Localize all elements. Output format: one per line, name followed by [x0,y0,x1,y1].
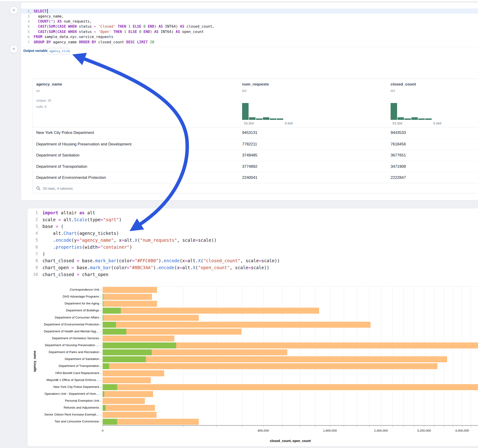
row-count-summary: 20 rows, 4 columns [43,186,73,190]
closed-count-bar [103,336,174,342]
gridline [403,286,403,425]
histogram-bar [397,117,404,120]
closed-count-bar [103,356,447,362]
y-axis-label: DHS Advantage Programs [21,295,99,298]
open-count-bar [103,405,106,411]
x-axis-tick [462,426,462,427]
code-line: 8chart_closed = base.mark_bar(color="#FF… [27,257,478,264]
table-cell: 3471908 [391,164,406,169]
add-cell-button[interactable]: + [10,45,18,53]
notebook-page: + + 1⌄SELECT2 agency_name,3 COUNT(*) AS … [0,0,478,448]
table-row[interactable]: New York City Police Department945313194… [33,127,478,138]
gridline [444,286,444,425]
chevron-down-icon[interactable]: ⌄ [38,227,40,230]
x-axis-title: closed_count, open_count [103,439,478,443]
line-number: 5 [27,238,40,243]
histogram-bar [263,117,269,120]
table-row[interactable]: Department of Transportation377489234719… [33,161,478,172]
y-axis-label: Department of Sanitation [21,357,99,361]
open-count-bar [103,349,152,355]
line-number: 8 [27,258,40,263]
code-text: ) [42,251,45,256]
y-axis-tick [100,290,102,290]
code-line: 1import altair as alt [27,209,478,216]
histogram-bar [411,117,418,120]
x-axis-tick [183,426,183,427]
x-axis-tick [424,426,424,427]
output-variable-pill[interactable]: agency_tickets [47,48,70,54]
column-stat: unique: 20 [36,99,51,102]
histogram-bar [391,103,397,120]
y-axis-tick [100,325,102,325]
x-axis-tick [103,426,103,427]
code-text: COUNT(*) AS num_requests, [34,19,92,24]
column-type: str [36,89,40,93]
x-axis-tick [242,426,242,427]
column-name[interactable]: num_requests [242,82,269,87]
closed-count-bar [103,412,157,418]
table-cell: 9453131 [242,131,257,135]
table-row[interactable]: Department of Environmental Protection22… [33,172,478,183]
y-axis-tick [100,332,102,332]
line-number: 7 [21,40,32,44]
y-axis-tick [100,401,102,401]
open-count-bar [103,329,126,335]
open-count-bar [103,363,109,369]
y-axis-label: Senior Citizen Rent Increase Exempti… [21,413,99,416]
code-text: import altair as alt [42,210,95,215]
open-count-bar [103,391,104,397]
x-axis-tick [381,426,381,427]
gridline [462,286,462,425]
code-text: chart_closed = base.mark_bar(color="#FFC… [42,258,280,263]
code-line: 4 alt.Chart(agency_tickets) [27,230,478,237]
gridline [282,286,283,425]
gridline [315,286,315,425]
open-count-bar [103,322,116,328]
line-number: 10 [27,272,40,277]
y-axis-label: Correspondence Unit [21,288,99,291]
line-number: 7 [27,252,40,256]
x-axis-tick [403,426,403,427]
gridline [392,286,393,425]
text-caret [47,9,48,13]
code-text: CAST(SUM(CASE WHEN status = 'Open' THEN … [34,30,204,34]
python-code-editor[interactable]: 1import altair as alt2scale = alt.Scale(… [27,209,478,278]
table-cell: 3774892 [242,164,257,169]
line-number: 9 [27,265,40,270]
table-row[interactable]: Department of Housing Preservation and D… [33,138,478,150]
y-axis-tick [100,359,102,360]
code-line: 5 CAST(SUM(CASE WHEN status = 'Open' THE… [21,29,478,34]
x-axis-tick [369,426,369,427]
table-cell: 9443533 [391,131,406,135]
code-line: 7GROUP BY agency_name ORDER BY closed_co… [21,39,478,44]
gridline [300,286,300,425]
histogram-min-label: 53,304 [392,121,402,125]
x-axis-tick [344,426,344,427]
histogram-bar [242,103,249,120]
y-axis-tick [100,304,102,304]
cell-divider [21,47,478,47]
histogram-bar [404,118,411,120]
column-name[interactable]: closed_count [391,82,416,87]
table-cell: Department of Transportation [36,164,87,169]
table-cell: New York City Police Department [36,131,94,135]
table-cell: 3749485 [242,153,257,158]
add-cell-button[interactable]: + [10,6,18,14]
open-count-bar [103,315,103,321]
closed-count-bar [103,370,164,376]
column-name[interactable]: agency_name [36,82,62,87]
open-count-bar [103,384,117,390]
sql-code-editor[interactable]: 1⌄SELECT2 agency_name,3 COUNT(*) AS num_… [21,8,478,45]
x-axis-tick [357,426,357,427]
code-line: 10chart_closed + chart_open [27,271,478,278]
code-text: alt.Chart(agency_tickets) [42,231,119,236]
search-icon[interactable] [36,186,41,192]
table-cell: Department of Sanitation [36,153,80,158]
open-count-bar [103,419,117,425]
gridline [369,286,369,425]
table-row[interactable]: Department of Sanitation37494853677651 [33,149,478,161]
code-text: FROM sample_data.nyc.service_requests [34,35,113,39]
output-variable-label: Output variable: [23,49,49,53]
open-count-bar [103,301,103,307]
y-axis-label: New York City Police Department [21,385,99,389]
